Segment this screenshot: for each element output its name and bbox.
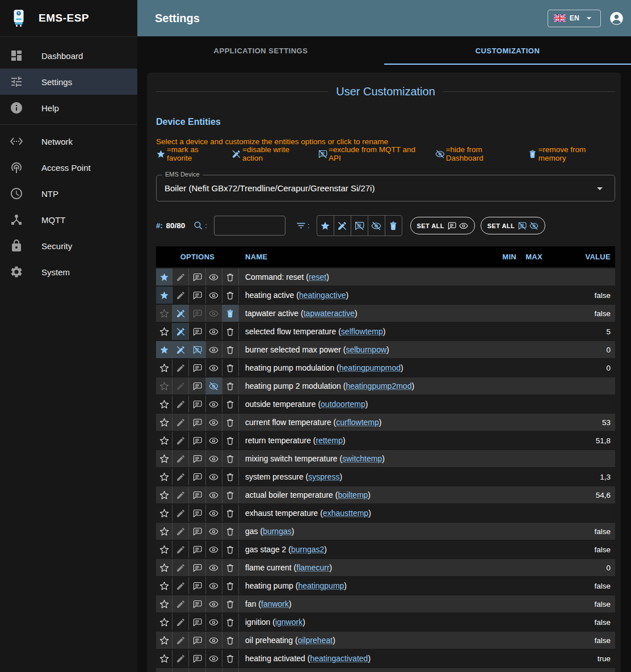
eye-off-button[interactable]: [206, 377, 222, 394]
eye-button[interactable]: [206, 595, 222, 612]
eye-button[interactable]: [206, 523, 222, 540]
entity-code-link[interactable]: burngas2: [291, 545, 324, 554]
comment-button[interactable]: [189, 268, 205, 285]
entity-code-link[interactable]: exhausttemp: [323, 509, 368, 518]
star-o-button[interactable]: [156, 523, 173, 540]
sidebar-item-security[interactable]: Security: [0, 233, 137, 259]
comment-button[interactable]: [189, 614, 205, 631]
tab-application-settings[interactable]: APPLICATION SETTINGS: [137, 36, 384, 65]
edit-off-button[interactable]: [173, 305, 189, 322]
filter-eye-off-toggle[interactable]: [368, 216, 385, 236]
language-selector[interactable]: EN: [548, 10, 601, 27]
pencil-button[interactable]: [173, 359, 189, 376]
eye-button[interactable]: [206, 486, 222, 503]
entity-code-link[interactable]: oilpreheat: [298, 636, 333, 645]
entity-code-link[interactable]: switchtemp: [342, 454, 382, 463]
pencil-button[interactable]: [173, 396, 189, 413]
delete-button[interactable]: [222, 668, 239, 672]
eye-button[interactable]: [206, 305, 222, 322]
star-o-button[interactable]: [156, 323, 173, 340]
entity-code-link[interactable]: selburnpow: [346, 345, 386, 354]
eye-button[interactable]: [206, 541, 222, 558]
filter-star-toggle[interactable]: [317, 216, 334, 236]
pencil-button[interactable]: [173, 287, 189, 304]
delete-button[interactable]: [222, 323, 239, 340]
star-o-button[interactable]: [156, 614, 173, 631]
entity-code-link[interactable]: burngas: [263, 527, 292, 536]
comment-button[interactable]: [189, 377, 205, 394]
eye-button[interactable]: [206, 359, 222, 376]
eye-button[interactable]: [206, 559, 222, 576]
comment-button[interactable]: [189, 577, 205, 594]
pencil-button[interactable]: [173, 668, 189, 672]
sidebar-item-network[interactable]: Network: [0, 128, 137, 154]
entity-code-link[interactable]: heatingactive: [299, 291, 346, 300]
star-button[interactable]: [156, 341, 173, 358]
star-o-button[interactable]: [156, 432, 173, 449]
account-icon[interactable]: [609, 11, 624, 26]
entity-code-link[interactable]: selflowtemp: [341, 327, 383, 336]
star-o-button[interactable]: [156, 377, 173, 394]
star-o-button[interactable]: [156, 396, 173, 413]
tab-customization[interactable]: CUSTOMIZATION: [384, 36, 631, 65]
pencil-button[interactable]: [173, 595, 189, 612]
comment-button[interactable]: [189, 523, 205, 540]
comment-button[interactable]: [189, 450, 205, 467]
sidebar-item-ntp[interactable]: NTP: [0, 180, 137, 207]
delete-button[interactable]: [222, 268, 239, 285]
star-o-button[interactable]: [156, 541, 173, 558]
pencil-button[interactable]: [173, 523, 189, 540]
delete-button[interactable]: [222, 505, 239, 522]
pencil-button[interactable]: [173, 414, 189, 431]
sidebar-item-help[interactable]: Help: [0, 95, 137, 121]
comment-button[interactable]: [189, 650, 205, 667]
sidebar-item-system[interactable]: System: [0, 259, 137, 285]
star-o-button[interactable]: [156, 559, 173, 576]
star-o-button[interactable]: [156, 414, 173, 431]
pencil-button[interactable]: [173, 268, 189, 285]
comment-button[interactable]: [189, 468, 205, 485]
star-o-button[interactable]: [156, 595, 173, 612]
set-all-button-1[interactable]: SET ALL: [410, 217, 475, 234]
delete-button[interactable]: [222, 614, 239, 631]
eye-button[interactable]: [206, 450, 222, 467]
delete-button[interactable]: [222, 577, 239, 594]
comment-button[interactable]: [189, 359, 205, 376]
delete-button[interactable]: [222, 287, 239, 304]
comment-button[interactable]: [189, 396, 205, 413]
delete-button[interactable]: [222, 341, 239, 358]
star-o-button[interactable]: [156, 632, 173, 649]
comment-button[interactable]: [189, 305, 205, 322]
comment-button[interactable]: [189, 541, 205, 558]
pencil-button[interactable]: [173, 541, 189, 558]
delete-button[interactable]: [222, 359, 239, 376]
eye-button[interactable]: [206, 577, 222, 594]
entity-code-link[interactable]: tapwateractive: [304, 309, 355, 318]
star-o-button[interactable]: [156, 359, 173, 376]
entity-code-link[interactable]: boiltemp: [338, 490, 368, 499]
eye-button[interactable]: [206, 632, 222, 649]
entity-code-link[interactable]: flamecurr: [296, 563, 329, 572]
filter-edit-off-toggle[interactable]: [334, 216, 351, 236]
entity-code-link[interactable]: fanwork: [261, 599, 289, 608]
eye-button[interactable]: [206, 432, 222, 449]
entity-code-link[interactable]: outdoortemp: [321, 400, 365, 409]
comment-button[interactable]: [189, 287, 205, 304]
eye-button[interactable]: [206, 505, 222, 522]
search-input[interactable]: [214, 216, 285, 236]
set-all-button-2[interactable]: SET ALL: [481, 217, 545, 234]
delete-button[interactable]: [222, 377, 239, 394]
comment-button[interactable]: [189, 632, 205, 649]
eye-button[interactable]: [206, 341, 222, 358]
comment-button[interactable]: [189, 432, 205, 449]
star-o-button[interactable]: [156, 577, 173, 594]
eye-button[interactable]: [206, 268, 222, 285]
entity-code-link[interactable]: heatingpumpmod: [339, 363, 401, 372]
pencil-button[interactable]: [173, 505, 189, 522]
star-o-button[interactable]: [156, 468, 173, 485]
delete-button[interactable]: [222, 541, 239, 558]
star-o-button[interactable]: [156, 450, 173, 467]
pencil-button[interactable]: [173, 614, 189, 631]
comment-button[interactable]: [189, 323, 205, 340]
star-o-button[interactable]: [156, 650, 173, 667]
